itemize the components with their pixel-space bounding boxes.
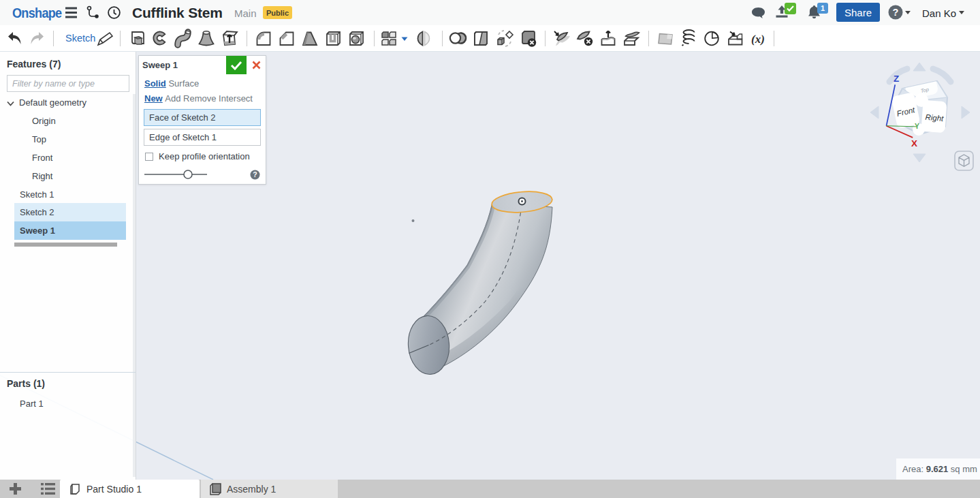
svg-text:Right: Right (925, 113, 945, 123)
svg-text:(x): (x) (751, 33, 765, 46)
svg-text:?: ? (893, 7, 899, 18)
svg-text:Z: Z (894, 74, 899, 84)
svg-text:X: X (911, 138, 917, 149)
svg-text:Y: Y (915, 122, 919, 130)
svg-text:?: ? (253, 170, 257, 178)
